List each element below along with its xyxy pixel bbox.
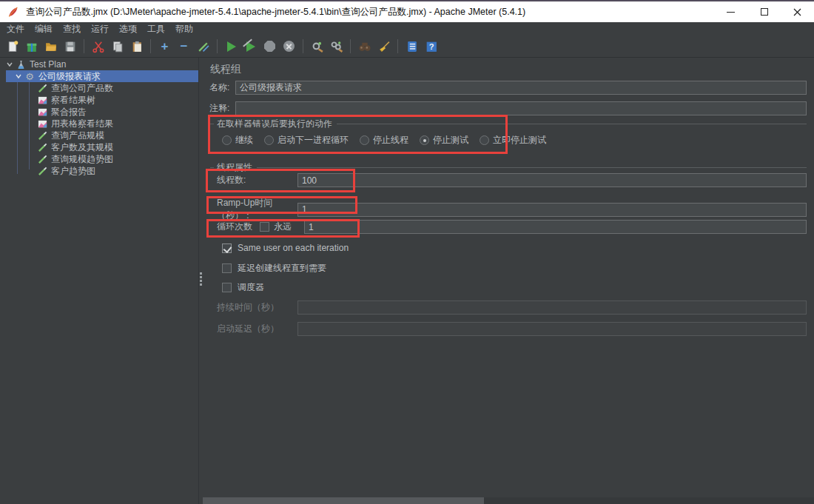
thread-group-panel: 线程组 名称: 注释: 在取样器错误后要执行的动作 继续 启动下一进程循 — [203, 58, 814, 504]
radio-icon — [360, 135, 369, 145]
toggle-button[interactable] — [194, 37, 212, 56]
tree-item-sampler[interactable]: 客户趋势图 — [6, 165, 198, 177]
close-icon — [793, 8, 801, 16]
open-file-button[interactable] — [41, 37, 60, 56]
forever-checkbox[interactable] — [260, 222, 269, 232]
tree-item-label: 聚合报告 — [51, 106, 87, 118]
thread-props-fieldset-title: 线程属性 — [210, 161, 807, 174]
radio-stop-test[interactable]: 停止测试 — [420, 134, 468, 147]
copy-button[interactable] — [108, 37, 127, 56]
menu-run[interactable]: 运行 — [86, 23, 114, 36]
minimize-button[interactable] — [714, 1, 747, 22]
reset-search-button[interactable] — [374, 37, 393, 56]
radio-start-next-loop[interactable]: 启动下一进程循环 — [264, 134, 349, 147]
clear-icon — [311, 40, 324, 53]
listener-chart-icon — [37, 118, 47, 129]
startup-delay-input[interactable] — [297, 322, 807, 336]
expand-all-icon: + — [161, 40, 169, 53]
function-helper-button[interactable] — [403, 37, 421, 56]
search-button[interactable] — [355, 37, 374, 56]
tree-item-sampler[interactable]: 查询公司产品数 — [6, 82, 198, 94]
menu-edit[interactable]: 编辑 — [30, 23, 58, 36]
thread-group-gear-icon: ⚙ — [24, 71, 35, 81]
tree-item-thread-group[interactable]: ⚙ 公司级报表请求 — [6, 70, 198, 82]
threads-input[interactable] — [297, 173, 807, 187]
maximize-button[interactable] — [747, 1, 781, 22]
tree-item-listener[interactable]: 聚合报告 — [6, 106, 198, 118]
save-button[interactable] — [61, 37, 79, 56]
tree-item-sampler[interactable]: 查询产品规模 — [6, 130, 198, 141]
same-user-label: Same user on each iteration — [238, 243, 349, 253]
threads-label: 线程数: — [217, 174, 297, 187]
radio-label: 启动下一进程循环 — [278, 134, 349, 147]
startup-delay-label: 启动延迟（秒） — [217, 323, 297, 335]
close-button[interactable] — [781, 1, 814, 22]
horizontal-scrollbar-thumb[interactable] — [203, 497, 484, 504]
radio-label: 停止测试 — [433, 134, 468, 147]
clear-button[interactable] — [308, 37, 326, 56]
tree-item-label: 公司级报表请求 — [38, 70, 101, 83]
clear-all-button[interactable] — [327, 37, 346, 56]
clear-all-icon — [330, 40, 343, 53]
tree-item-label: 查询规模趋势图 — [51, 153, 113, 166]
name-input[interactable] — [235, 81, 807, 95]
toolbar-separator — [84, 39, 84, 53]
on-error-radio-group: 继续 启动下一进程循环 停止线程 停止测试 立即停止测试 — [222, 134, 546, 147]
expand-all-button[interactable]: + — [155, 37, 174, 56]
new-file-icon — [6, 40, 19, 53]
same-user-checkbox[interactable] — [222, 243, 232, 253]
svg-text:?: ? — [428, 41, 434, 50]
duration-label: 持续时间（秒） — [217, 301, 297, 314]
start-no-pauses-button[interactable] — [241, 37, 260, 56]
radio-stop-thread[interactable]: 停止线程 — [360, 134, 408, 147]
tree-item-label: 客户趋势图 — [51, 165, 95, 178]
test-plan-icon — [16, 59, 26, 70]
scheduler-checkbox[interactable] — [222, 283, 232, 292]
sampler-pipette-icon — [37, 166, 47, 176]
scheduler-label: 调度器 — [238, 281, 264, 294]
collapse-all-button[interactable]: − — [175, 37, 193, 56]
tree-item-sampler[interactable]: 查询规模趋势图 — [6, 153, 198, 165]
tree-item-listener[interactable]: 察看结果树 — [6, 94, 198, 106]
paste-button[interactable] — [127, 37, 146, 56]
jmeter-window: 查询公司产品数.jmx (D:\JMeter\apache-jmeter-5.4… — [0, 0, 814, 504]
loop-count-input[interactable] — [304, 220, 807, 234]
menu-options[interactable]: 选项 — [114, 23, 142, 36]
tree-item-test-plan[interactable]: Test Plan — [6, 58, 198, 70]
tree-item-label: 察看结果树 — [51, 94, 95, 107]
menu-help[interactable]: 帮助 — [170, 23, 198, 36]
templates-icon — [25, 40, 38, 53]
tree-item-label: 查询产品规模 — [51, 130, 104, 142]
menu-tools[interactable]: 工具 — [142, 23, 170, 36]
radio-icon — [264, 135, 274, 145]
listener-chart-icon — [37, 107, 47, 117]
help-button[interactable]: ? — [422, 37, 440, 56]
tree-item-listener[interactable]: 用表格察看结果 — [6, 118, 198, 130]
toolbar-separator — [217, 39, 218, 53]
duration-input[interactable] — [297, 300, 807, 315]
collapse-all-icon: − — [181, 40, 188, 53]
new-file-button[interactable] — [3, 37, 21, 56]
broom-icon — [377, 40, 391, 53]
radio-label: 停止线程 — [373, 134, 408, 147]
radio-continue[interactable]: 继续 — [222, 134, 253, 147]
menu-search[interactable]: 查找 — [58, 23, 86, 36]
tree-item-label: 客户数及其规模 — [51, 141, 113, 154]
rampup-input[interactable] — [297, 203, 807, 217]
cut-button[interactable] — [89, 37, 107, 56]
start-button[interactable] — [222, 37, 240, 56]
menu-file[interactable]: 文件 — [1, 23, 30, 36]
name-label: 名称: — [209, 81, 235, 94]
copy-icon — [111, 40, 124, 53]
radio-label: 继续 — [235, 134, 253, 147]
horizontal-scrollbar[interactable] — [203, 497, 814, 504]
tree-item-label: 查询公司产品数 — [51, 82, 113, 95]
shutdown-button[interactable] — [280, 37, 298, 56]
tree-item-sampler[interactable]: 客户数及其规模 — [6, 141, 198, 153]
radio-stop-test-now[interactable]: 立即停止测试 — [480, 134, 546, 147]
stop-button[interactable] — [260, 37, 279, 56]
delayed-start-checkbox[interactable] — [222, 263, 232, 273]
window-title: 查询公司产品数.jmx (D:\JMeter\apache-jmeter-5.4… — [26, 6, 525, 19]
comments-input[interactable] — [235, 101, 807, 115]
templates-button[interactable] — [22, 37, 41, 56]
